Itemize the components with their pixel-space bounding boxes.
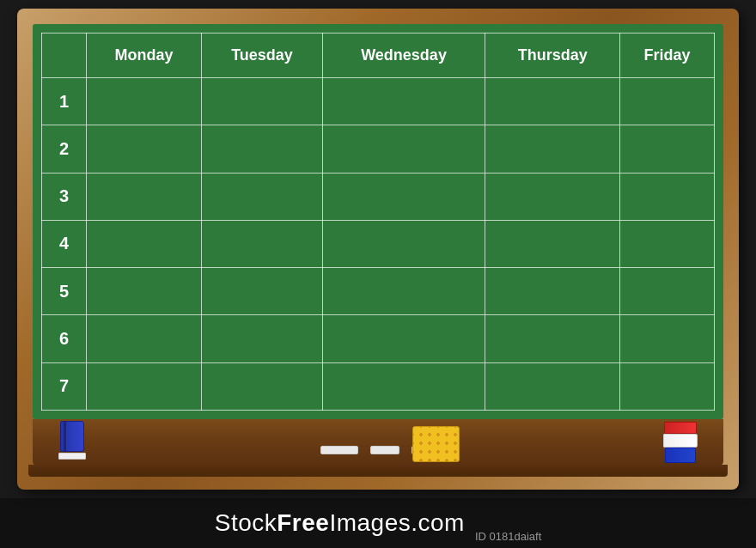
cell-2-friday [620,125,715,173]
cell-1-thursday [485,78,620,125]
eraser-sponge [412,426,460,462]
cell-7-tuesday [202,362,323,410]
sponge-texture [413,427,459,461]
chalk-piece-2 [370,446,399,454]
table-row: 7 [42,362,715,410]
row-number-4: 4 [42,220,87,267]
book-left [58,421,86,460]
cell-4-thursday [485,220,620,267]
chalkboard-shelf [33,419,723,466]
table-row: 1 [42,78,715,125]
cell-2-thursday [485,125,620,173]
table-row: 4 [42,220,715,267]
cell-7-friday [620,362,715,410]
cell-3-wednesday [322,173,485,220]
cell-2-wednesday [322,125,485,173]
white-book-large [663,434,698,448]
book-stack [663,422,698,463]
row-number-2: 2 [42,125,87,173]
row-number-5: 5 [42,268,87,315]
cell-3-tuesday [202,173,323,220]
header-wednesday: Wednesday [322,33,485,78]
cell-6-thursday [485,315,620,362]
cell-5-friday [620,268,715,315]
cell-4-friday [620,220,715,267]
cell-1-monday [87,78,202,125]
cell-4-wednesday [322,220,485,267]
row-number-1: 1 [42,78,87,125]
header-friday: Friday [620,33,715,78]
cell-7-thursday [485,362,620,410]
cell-6-friday [620,315,715,362]
table-row: 2 [42,125,715,173]
cell-4-tuesday [202,220,323,267]
shelf-bottom [28,465,728,477]
cell-5-monday [87,268,202,315]
watermark-id: ID 0181daiaft [475,530,541,543]
cell-4-monday [87,220,202,267]
cell-3-friday [620,173,715,220]
chalkboard-frame: Monday Tuesday Wednesday Thursday Friday… [17,9,739,490]
row-number-6: 6 [42,315,87,362]
books-right [663,422,698,463]
watermark-bar: StockFreeImages.com ID 0181daiaft [0,498,756,548]
cell-7-wednesday [322,362,485,410]
chalkboard-surface: Monday Tuesday Wednesday Thursday Friday… [33,24,723,419]
cell-1-wednesday [322,78,485,125]
cell-3-monday [87,173,202,220]
row-number-7: 7 [42,362,87,410]
blue-book [60,421,84,452]
cell-1-friday [620,78,715,125]
red-book [664,422,697,434]
watermark-bold: Free [277,509,329,536]
cell-6-wednesday [322,315,485,362]
table-row: 5 [42,268,715,315]
cell-7-monday [87,362,202,410]
cell-2-tuesday [202,125,323,173]
chalk-piece-1 [320,446,358,454]
table-row: 6 [42,315,715,362]
cell-5-tuesday [202,268,323,315]
header-tuesday: Tuesday [202,33,323,78]
cell-6-monday [87,315,202,362]
blue-book-large [665,448,696,463]
cell-5-wednesday [322,268,485,315]
row-number-3: 3 [42,173,87,220]
header-empty [42,33,87,78]
cell-1-tuesday [202,78,323,125]
table-row: 3 [42,173,715,220]
schedule-table: Monday Tuesday Wednesday Thursday Friday… [41,33,715,411]
watermark-text: StockFreeImages.com [215,509,465,537]
cell-5-thursday [485,268,620,315]
cell-6-tuesday [202,315,323,362]
cell-2-monday [87,125,202,173]
white-book-small [58,453,86,460]
header-monday: Monday [87,33,202,78]
cell-3-thursday [485,173,620,220]
header-thursday: Thursday [485,33,620,78]
